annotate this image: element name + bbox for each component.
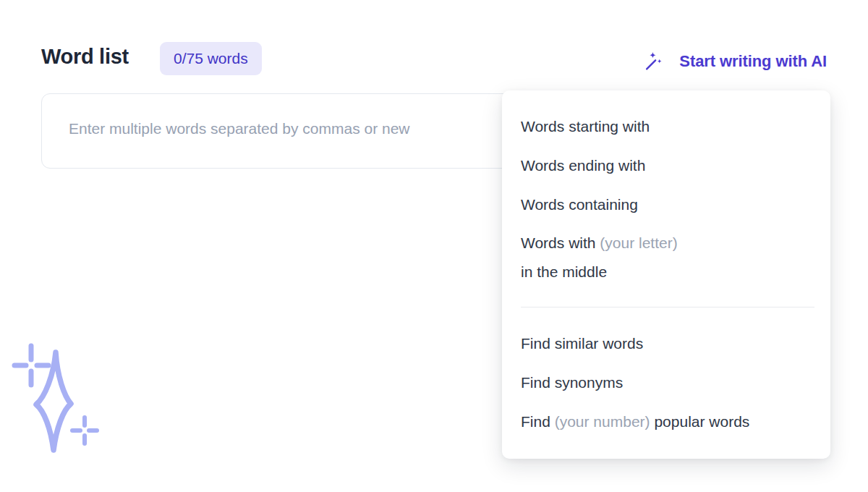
menu-item-find-similar-words[interactable]: Find similar words [521, 324, 814, 363]
page-title: Word list [41, 45, 129, 69]
ai-options-dropdown: Words starting withWords ending withWord… [502, 90, 830, 459]
menu-divider [521, 307, 814, 308]
word-count-badge: 0/75 words [160, 42, 262, 75]
page: Word list 0/75 words Start writing with … [0, 0, 868, 492]
menu-item-words-with-letter-in-middle[interactable]: Words with (your letter)in the middle [521, 224, 814, 287]
menu-item-text: Find synonyms [521, 374, 623, 391]
menu-item-words-starting-with[interactable]: Words starting with [521, 107, 814, 146]
menu-item-placeholder-text: (your number) [555, 413, 650, 430]
wand-sparkles-icon [644, 51, 665, 72]
menu-item-text: Words ending with [521, 157, 645, 174]
menu-item-text: Words with [521, 234, 600, 251]
menu-item-placeholder-text: (your letter) [600, 234, 677, 251]
sparkles-illustration [11, 340, 105, 459]
menu-item-words-containing[interactable]: Words containing [521, 185, 814, 224]
start-writing-ai-button[interactable]: Start writing with AI [644, 48, 827, 75]
menu-item-text: in the middle [521, 263, 607, 280]
menu-item-text: popular words [650, 413, 750, 430]
menu-item-find-synonyms[interactable]: Find synonyms [521, 363, 814, 402]
menu-item-text: Find [521, 413, 555, 430]
menu-item-text: Words containing [521, 196, 638, 213]
menu-item-find-popular-words[interactable]: Find (your number) popular words [521, 402, 814, 441]
menu-item-text: Find similar words [521, 335, 643, 352]
ai-button-label: Start writing with AI [679, 52, 827, 71]
menu-item-text: Words starting with [521, 118, 650, 135]
menu-item-words-ending-with[interactable]: Words ending with [521, 146, 814, 185]
